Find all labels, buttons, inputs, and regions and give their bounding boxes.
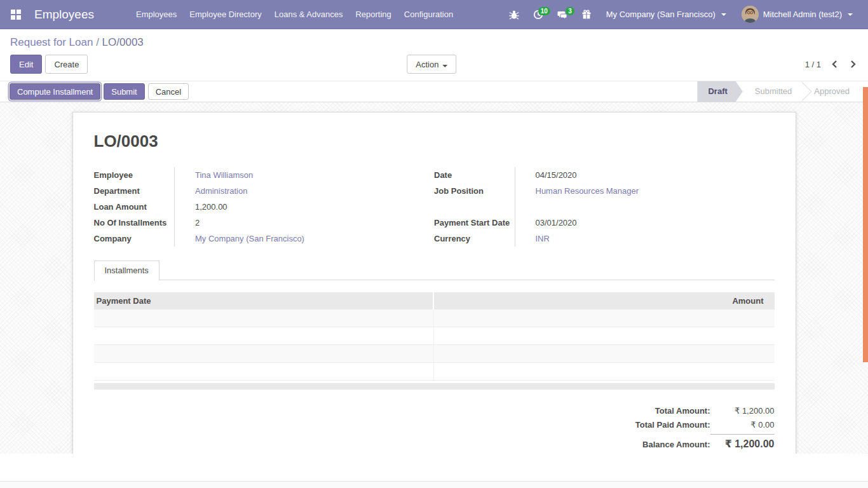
action-label: Action (416, 60, 438, 69)
field-no-of-installments: No Of Installments 2 (94, 215, 435, 231)
apps-grid-icon (11, 10, 21, 20)
table-row (94, 327, 775, 345)
table-header: Payment Date Amount (94, 292, 775, 309)
table-row (94, 363, 775, 381)
activity-menu-button[interactable]: 10 (529, 7, 548, 22)
table-row (94, 309, 775, 327)
totals-panel: Total Amount: ₹ 1,200.00 Total Paid Amou… (94, 406, 775, 454)
message-count-badge: 3 (566, 7, 574, 15)
installments-table: Payment Date Amount (94, 292, 775, 390)
field-department: Department Administration (94, 183, 435, 199)
action-dropdown-button[interactable]: Action (407, 55, 456, 74)
pager-previous-button[interactable] (830, 58, 839, 71)
nav-menu-loans-advances[interactable]: Loans & Advances (268, 0, 349, 29)
user-name: Mitchell Admin (test2) (763, 10, 842, 19)
bug-icon (509, 10, 519, 20)
avatar (742, 6, 759, 23)
total-amount-label: Total Amount: (655, 406, 710, 416)
chevron-down-icon (848, 13, 853, 16)
gift-icon (581, 10, 592, 20)
cancel-button[interactable]: Cancel (148, 83, 189, 100)
submit-button[interactable]: Submit (104, 83, 144, 100)
field-group: Employee Tina Williamson Department Admi… (94, 167, 775, 247)
field-label: Loan Amount (94, 199, 175, 215)
form-sheet: LO/0003 Employee Tina Williamson Departm… (72, 112, 796, 454)
field-spacer (434, 199, 775, 215)
pager-value: 1 / 1 (805, 60, 821, 69)
breadcrumb: Request for Loan / LO/0003 (10, 36, 858, 49)
company-switcher[interactable]: My Company (San Francisco) (601, 10, 731, 19)
notebook-tabs: Installments (94, 260, 775, 280)
currency-link[interactable]: INR (515, 231, 775, 247)
debug-menu-button[interactable] (505, 7, 524, 22)
user-menu[interactable]: Mitchell Admin (test2) (736, 6, 858, 23)
scrollbar-thumb[interactable] (863, 87, 868, 362)
field-date: Date 04/15/2020 (434, 167, 775, 183)
table-row (94, 345, 775, 363)
field-label: Currency (434, 231, 515, 247)
app-title: Employees (34, 8, 94, 22)
field-label: Company (94, 231, 175, 247)
balance-amount-row: Balance Amount: ₹ 1,200.00 (642, 434, 774, 450)
breadcrumb-parent-link[interactable]: Request for Loan (10, 36, 93, 48)
edit-button[interactable]: Edit (10, 55, 42, 74)
total-paid-amount-value: ₹ 0.00 (710, 420, 775, 430)
field-currency: Currency INR (434, 231, 775, 247)
total-paid-amount-row: Total Paid Amount: ₹ 0.00 (635, 420, 775, 430)
pager-next-button[interactable] (848, 58, 858, 71)
field-payment-start-date: Payment Start Date 03/01/2020 (434, 215, 775, 231)
field-job-position: Job Position Human Resources Manager (434, 183, 775, 199)
department-link[interactable]: Administration (175, 183, 435, 199)
balance-amount-value: ₹ 1,200.00 (710, 434, 775, 450)
date-value: 04/15/2020 (515, 167, 775, 183)
record-title: LO/0003 (94, 132, 775, 151)
viewport-bottom-divider (0, 481, 868, 488)
table-footer-bar (94, 383, 775, 390)
company-name: My Company (San Francisco) (606, 10, 715, 19)
field-loan-amount: Loan Amount 1,200.00 (94, 199, 435, 215)
nav-menu-configuration[interactable]: Configuration (398, 0, 459, 29)
field-company: Company My Company (San Francisco) (94, 231, 435, 247)
field-label: Date (434, 167, 515, 183)
apps-menu-button[interactable] (5, 0, 27, 29)
loan-amount-value: 1,200.00 (175, 199, 435, 215)
pager: 1 / 1 (805, 58, 858, 71)
job-position-link[interactable]: Human Resources Manager (515, 183, 775, 199)
company-link[interactable]: My Company (San Francisco) (175, 231, 435, 247)
statusbar: Compute Installment Submit Cancel Draft … (0, 81, 868, 102)
employee-link[interactable]: Tina Williamson (175, 167, 435, 183)
column-header-payment-date[interactable]: Payment Date (94, 292, 435, 309)
nav-menu-reporting[interactable]: Reporting (349, 0, 397, 29)
field-column-right: Date 04/15/2020 Job Position Human Resou… (434, 167, 775, 247)
column-header-amount[interactable]: Amount (434, 292, 775, 309)
breadcrumb-current: LO/0003 (102, 36, 144, 48)
top-navbar: Employees Employees Employee Directory L… (0, 0, 868, 29)
field-label: No Of Installments (94, 215, 175, 231)
gift-menu-button[interactable] (577, 7, 596, 22)
activity-count-badge: 10 (538, 7, 550, 15)
create-button[interactable]: Create (45, 55, 88, 74)
chevron-down-icon (721, 13, 726, 16)
control-panel-buttons: Edit Create Action 1 / 1 (10, 55, 858, 81)
field-label: Department (94, 183, 175, 199)
nav-menu-employee-directory[interactable]: Employee Directory (183, 0, 268, 29)
breadcrumb-separator: / (93, 36, 102, 48)
main-menu: Employees Employee Directory Loans & Adv… (130, 0, 459, 29)
payment-start-date-value: 03/01/2020 (515, 215, 775, 231)
status-step-draft[interactable]: Draft (697, 81, 742, 102)
chevron-down-icon (442, 65, 447, 67)
total-amount-row: Total Amount: ₹ 1,200.00 (655, 406, 775, 416)
systray: 10 3 My Company (San Francisco) (505, 6, 858, 23)
form-view-background: LO/0003 Employee Tina Williamson Departm… (0, 102, 868, 454)
field-employee: Employee Tina Williamson (94, 167, 435, 183)
chevron-right-icon (850, 59, 857, 69)
total-paid-amount-label: Total Paid Amount: (635, 420, 710, 430)
nav-menu-employees[interactable]: Employees (130, 0, 183, 29)
field-label: Payment Start Date (434, 215, 515, 231)
compute-installment-button[interactable]: Compute Installment (10, 83, 100, 100)
tab-installments[interactable]: Installments (94, 261, 159, 281)
status-pipeline: Draft Submitted Approved (697, 81, 862, 102)
messages-menu-button[interactable]: 3 (553, 7, 572, 22)
chevron-left-icon (831, 59, 838, 69)
field-spacer-value (515, 199, 775, 215)
